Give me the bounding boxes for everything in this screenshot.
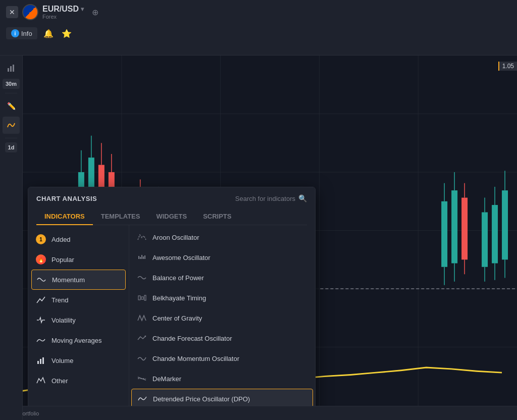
- indicator-chande-forecast[interactable]: Chande Forecast Oscillator: [129, 328, 315, 348]
- category-icon-momentum: [36, 274, 47, 285]
- search-box[interactable]: Search for indicators 🔍: [235, 194, 307, 202]
- indicator-icon-center: [136, 312, 147, 324]
- indicator-icon-aroon: [136, 232, 147, 243]
- indicator-awesome[interactable]: Awesome Oscillator: [129, 247, 315, 268]
- toolbar-indicator[interactable]: [3, 117, 20, 134]
- timeframe-badge-30m[interactable]: 30m: [3, 79, 20, 89]
- indicator-label-center: Center of Gravity: [152, 314, 202, 322]
- category-added[interactable]: 1 Added: [28, 229, 129, 249]
- category-label-ma: Moving Averages: [51, 337, 102, 344]
- top-bar: ✕ EUR/USD ▾ Forex ⊕ i Info 🔔 ⭐: [0, 0, 517, 56]
- indicator-icon-belkhayate: [136, 292, 147, 303]
- category-label-other: Other: [51, 377, 68, 385]
- svg-rect-97: [141, 297, 143, 299]
- category-other[interactable]: Other: [28, 371, 129, 391]
- category-momentum[interactable]: Momentum: [31, 270, 126, 290]
- category-icon-other: [35, 375, 46, 386]
- category-label-added: Added: [51, 236, 71, 243]
- indicator-center[interactable]: Center of Gravity: [129, 308, 315, 328]
- price-label: 1.05: [498, 62, 517, 71]
- panel-tabs: INDICATORS TEMPLATES WIDGETS SCRIPTS: [36, 208, 307, 225]
- search-icon: 🔍: [298, 194, 307, 202]
- indicator-label-awesome: Awesome Oscillator: [152, 254, 211, 261]
- tab-templates[interactable]: TEMPLATES: [93, 208, 148, 225]
- close-button[interactable]: ✕: [6, 6, 18, 18]
- svg-rect-96: [138, 296, 140, 300]
- currency-flag: [22, 4, 38, 20]
- category-label-volatility: Volatility: [51, 317, 76, 324]
- categories-list: 1 Added 🔥 Popular Momentum: [28, 225, 129, 417]
- indicator-label-belkhayate: Belkhayate Timing: [152, 294, 206, 302]
- timeframe-badge-1d[interactable]: 1d: [5, 142, 18, 152]
- indicator-icon-awesome: [136, 252, 147, 263]
- indicators-list: Aroon Oscillator Awesome Oscillator: [129, 225, 315, 417]
- tab-widgets[interactable]: WIDGETS: [148, 208, 195, 225]
- indicator-label-chande-momentum: Chande Momentum Oscillator: [152, 355, 239, 362]
- indicator-belkhayate[interactable]: Belkhayate Timing: [129, 288, 315, 308]
- toolbar-pencil[interactable]: ✏️: [3, 97, 20, 115]
- indicator-icon-chande-momentum: [136, 353, 147, 364]
- star-button[interactable]: ⭐: [60, 26, 74, 40]
- indicator-aroon[interactable]: Aroon Oscillator: [129, 227, 315, 247]
- svg-rect-98: [144, 295, 146, 300]
- indicator-balance[interactable]: Balance of Power: [129, 268, 315, 288]
- category-trend[interactable]: Trend: [28, 290, 129, 310]
- svg-rect-89: [40, 359, 41, 364]
- indicator-panel: CHART ANALYSIS Search for indicators 🔍 I…: [28, 187, 316, 417]
- symbol-type: Forex: [42, 14, 84, 20]
- category-label-popular: Popular: [51, 256, 74, 264]
- svg-rect-79: [492, 205, 498, 264]
- tab-scripts[interactable]: SCRIPTS: [195, 208, 239, 225]
- svg-rect-95: [144, 255, 145, 259]
- category-icon-volume: [35, 355, 46, 366]
- category-icon-trend: [35, 294, 46, 305]
- category-volatility[interactable]: Volatility: [28, 310, 129, 330]
- info-label: Info: [21, 30, 32, 37]
- info-icon: i: [11, 29, 19, 37]
- indicator-label-demarker: DeMarker: [152, 375, 181, 383]
- popular-icon: 🔥: [36, 254, 46, 265]
- svg-rect-94: [143, 256, 144, 259]
- pin-button[interactable]: ⊕: [92, 8, 98, 17]
- svg-rect-76: [482, 212, 488, 267]
- category-label-volume: Volume: [51, 357, 73, 364]
- bottom-bar: Total portfolio: [0, 406, 517, 420]
- indicator-label-dpo: Detrended Price Oscillator (DPO): [153, 395, 250, 403]
- tab-indicators[interactable]: INDICATORS: [36, 208, 93, 225]
- category-volume[interactable]: Volume: [28, 350, 129, 371]
- panel-header: CHART ANALYSIS Search for indicators 🔍 I…: [28, 187, 315, 225]
- category-icon-popular: 🔥: [35, 254, 46, 265]
- toolbar-divider-1: [5, 93, 17, 93]
- indicator-chande-momentum[interactable]: Chande Momentum Oscillator: [129, 348, 315, 369]
- category-icon-added: 1: [35, 234, 46, 245]
- svg-rect-70: [451, 190, 457, 263]
- svg-rect-88: [37, 361, 39, 364]
- svg-rect-91: [138, 256, 139, 259]
- symbol-caret[interactable]: ▾: [81, 6, 84, 13]
- category-label-trend: Trend: [51, 296, 68, 304]
- indicator-icon-demarker: [136, 373, 147, 384]
- left-toolbar: 30m ✏️ 1d: [0, 56, 23, 420]
- toolbar-bar-chart[interactable]: [3, 60, 20, 77]
- category-icon-volatility: [35, 314, 46, 326]
- info-button[interactable]: i Info: [6, 27, 37, 39]
- category-popular[interactable]: 🔥 Popular: [28, 249, 129, 270]
- toolbar-divider-2: [5, 138, 17, 138]
- svg-rect-92: [140, 257, 141, 259]
- svg-rect-90: [42, 357, 44, 364]
- added-badge: 1: [36, 234, 46, 244]
- bell-button[interactable]: 🔔: [41, 26, 56, 40]
- indicator-label-aroon: Aroon Oscillator: [152, 234, 199, 241]
- category-icon-ma: [35, 335, 46, 346]
- svg-rect-67: [441, 201, 447, 267]
- indicator-icon-dpo: [137, 393, 148, 404]
- svg-rect-86: [10, 66, 12, 72]
- panel-body: 1 Added 🔥 Popular Momentum: [28, 225, 315, 417]
- category-moving-averages[interactable]: Moving Averages: [28, 330, 129, 350]
- search-placeholder: Search for indicators: [235, 195, 295, 202]
- indicator-demarker[interactable]: DeMarker: [129, 369, 315, 389]
- indicator-icon-balance: [136, 272, 147, 283]
- panel-title: CHART ANALYSIS: [36, 195, 97, 202]
- svg-rect-87: [13, 65, 14, 72]
- svg-rect-82: [502, 190, 508, 259]
